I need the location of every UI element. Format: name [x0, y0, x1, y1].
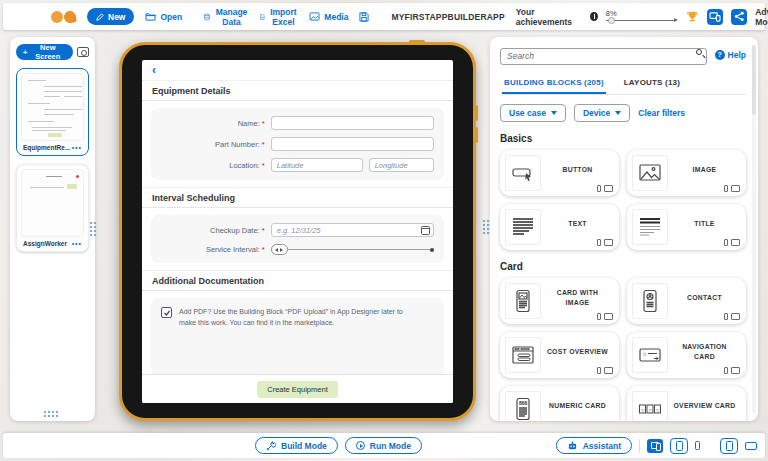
- desktop-icon: [604, 367, 613, 374]
- latitude-input[interactable]: [271, 158, 363, 172]
- tablet-view-button[interactable]: [670, 438, 688, 454]
- phone-icon: [724, 239, 728, 246]
- screen-preview: [21, 169, 84, 237]
- block-label: COST OVERVIEW: [541, 347, 614, 363]
- save-icon: [359, 12, 369, 22]
- pdf-checkbox[interactable]: [161, 307, 172, 318]
- trophy-icon[interactable]: [686, 9, 699, 24]
- block-card-text[interactable]: TEXT: [500, 204, 619, 250]
- slider-track: [288, 249, 430, 250]
- desktop-icon: [604, 239, 613, 246]
- phone-icon: [597, 239, 601, 246]
- text-icon: [505, 209, 541, 245]
- progress-knob[interactable]: [608, 17, 615, 24]
- name-input[interactable]: [271, 116, 434, 130]
- back-button[interactable]: ‹: [152, 64, 156, 76]
- tablet-power-button: [409, 40, 425, 43]
- achievements-label: Your achievements: [516, 7, 582, 27]
- clear-filters-button[interactable]: Clear filters: [638, 108, 685, 118]
- phone-view-button[interactable]: [695, 441, 700, 450]
- scrollbar[interactable]: [752, 45, 756, 413]
- phone-icon: [724, 421, 728, 422]
- landscape-orientation-button[interactable]: [745, 442, 757, 450]
- preview-devices-button[interactable]: [707, 9, 723, 25]
- screens-panel-resize-handle[interactable]: [88, 220, 96, 237]
- screen-preview: [21, 73, 84, 141]
- block-label: CONTACT: [668, 293, 741, 309]
- screen-thumbnail-equipment[interactable]: EquipmentRe... •••: [16, 68, 89, 156]
- scrollbar-thumb[interactable]: [752, 45, 756, 115]
- block-card-cost-overview[interactable]: COST OVERVIEW: [500, 332, 619, 378]
- block-card-overview-card[interactable]: ☆☆☆ OVERVIEW CARD: [627, 386, 746, 422]
- build-mode-button[interactable]: Build Mode: [255, 437, 338, 454]
- achievements-progress[interactable]: 8%: [606, 9, 678, 25]
- pdf-note-card: Add PDF? Use the Building Block “PDF Upl…: [151, 298, 444, 374]
- create-equipment-button[interactable]: Create Equipment: [257, 381, 337, 398]
- search-input[interactable]: [500, 48, 707, 65]
- screen-thumbnail-assignworker[interactable]: AssignWorker •••: [16, 164, 89, 252]
- save-button[interactable]: [359, 12, 369, 22]
- logo-circle-icon: [51, 11, 63, 23]
- advanced-mode-label: Advanced Mode: [755, 7, 768, 27]
- manage-data-button[interactable]: Manage Data: [204, 7, 249, 27]
- camera-icon[interactable]: [77, 47, 89, 57]
- help-button[interactable]: ? Help: [715, 50, 746, 60]
- app-logo: [51, 11, 76, 23]
- tools-icon: [266, 441, 276, 451]
- block-card-image[interactable]: IMAGE: [627, 150, 746, 196]
- block-card-card-with-image[interactable]: CARD WITH IMAGE: [500, 278, 619, 324]
- toolbar-divider: [639, 439, 640, 453]
- longitude-input[interactable]: [369, 158, 434, 172]
- block-label: OVERVIEW CARD: [668, 401, 741, 417]
- desktop-icon: [731, 185, 740, 192]
- additional-section-band: Additional Documentation: [142, 270, 453, 291]
- phone-icon: [597, 185, 601, 192]
- progress-track: [606, 20, 674, 21]
- assistant-button[interactable]: Assistant: [556, 437, 632, 454]
- bottom-toolbar: Build Mode Run Mode Assistant: [3, 433, 765, 458]
- tab-building-blocks[interactable]: BUILDING BLOCKS (205): [502, 74, 606, 94]
- block-card-button[interactable]: BUTTON: [500, 150, 619, 196]
- portrait-orientation-button[interactable]: [720, 438, 738, 454]
- slider-left-arrow-icon: [275, 248, 278, 252]
- open-button[interactable]: Open: [145, 12, 182, 22]
- screen-menu-button[interactable]: •••: [72, 242, 82, 246]
- build-mode-label: Build Mode: [281, 441, 327, 451]
- info-icon[interactable]: [590, 12, 598, 21]
- use-case-filter[interactable]: Use case: [500, 104, 566, 122]
- slider-handle[interactable]: [271, 244, 288, 255]
- device-filter[interactable]: Device: [574, 104, 630, 122]
- share-button[interactable]: [731, 9, 747, 25]
- responsive-view-button[interactable]: [647, 439, 663, 453]
- screen-menu-button[interactable]: •••: [72, 146, 82, 150]
- part-number-input[interactable]: [271, 137, 434, 151]
- chevron-down-icon: [551, 111, 557, 115]
- block-card-title[interactable]: TITLE: [627, 204, 746, 250]
- canvas-resize-handle[interactable]: [481, 218, 489, 235]
- checkup-date-input[interactable]: [271, 223, 434, 237]
- run-mode-button[interactable]: Run Mode: [345, 437, 422, 454]
- import-excel-button[interactable]: Import Excel: [260, 7, 298, 27]
- tab-layouts[interactable]: LAYOUTS (13): [622, 74, 682, 94]
- required-marker: *: [262, 119, 265, 128]
- desktop-icon: [731, 313, 740, 320]
- help-label: Help: [728, 50, 746, 60]
- part-number-field-row: Part Number: *: [161, 137, 434, 151]
- supported-devices: [597, 367, 613, 374]
- service-interval-slider[interactable]: [271, 244, 434, 255]
- service-interval-label: Service Interval: *: [161, 245, 265, 254]
- block-card-navigation-card[interactable]: ☆ NAVIGATION CARD: [627, 332, 746, 378]
- plus-icon: +: [23, 48, 27, 57]
- cost-overview-icon: [505, 337, 541, 373]
- media-button[interactable]: Media: [309, 12, 348, 22]
- calendar-icon[interactable]: [421, 226, 430, 235]
- part-number-label: Part Number: *: [161, 140, 265, 149]
- screens-panel-bottom-handle[interactable]: [42, 409, 60, 417]
- block-card-contact[interactable]: CONTACT: [627, 278, 746, 324]
- block-label: NAVIGATION CARD: [668, 342, 741, 367]
- database-icon: [204, 12, 210, 22]
- desktop-icon: [731, 367, 740, 374]
- new-button[interactable]: New: [87, 8, 134, 25]
- new-screen-button[interactable]: + New Screen: [16, 44, 73, 60]
- block-card-numeric-card[interactable]: 866 NUMERIC CARD: [500, 386, 619, 422]
